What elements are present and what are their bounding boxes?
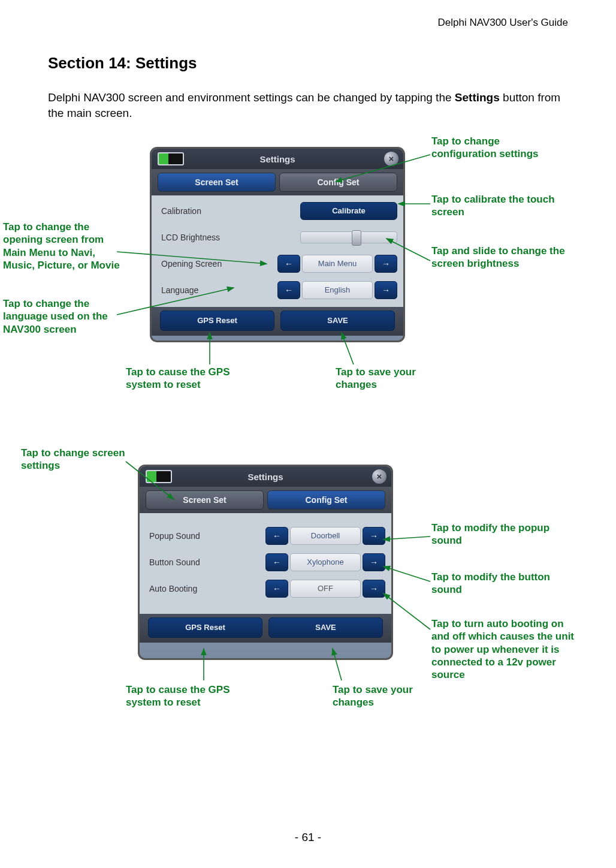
callout-auto-boot: Tap to turn auto booting on and off whic… bbox=[431, 617, 575, 681]
intro-bold: Settings bbox=[455, 91, 500, 104]
popup-value[interactable]: Doorbell bbox=[290, 527, 361, 545]
device-title: Settings bbox=[152, 154, 403, 164]
label-button-sound: Button Sound bbox=[146, 557, 265, 567]
row-language: Language ← English → bbox=[158, 278, 397, 302]
callout-save-1: Tap to save your changes bbox=[336, 366, 443, 391]
opening-value[interactable]: Main Menu bbox=[302, 255, 373, 273]
row-opening: Opening Screen ← Main Menu → bbox=[158, 252, 397, 276]
row-auto-booting: Auto Booting ← OFF → bbox=[146, 577, 385, 601]
device-title: Settings bbox=[140, 472, 391, 482]
callout-calibrate: Tap to calibrate the touch screen bbox=[431, 193, 563, 219]
intro-pre: Delphi NAV300 screen and environment set… bbox=[48, 91, 455, 104]
callout-brightness: Tap and slide to change the screen brigh… bbox=[431, 245, 569, 270]
label-popup-sound: Popup Sound bbox=[146, 531, 265, 541]
arrow-right-icon[interactable]: → bbox=[375, 255, 397, 273]
settings-rows: Calibration Calibrate LCD Brightness Ope… bbox=[152, 195, 403, 307]
close-icon[interactable]: × bbox=[384, 152, 398, 166]
row-brightness: LCD Brightness bbox=[158, 225, 397, 249]
save-button[interactable]: SAVE bbox=[268, 617, 383, 638]
button-sound-value[interactable]: Xylophone bbox=[290, 553, 361, 571]
tab-bar: Screen Set Config Set bbox=[152, 169, 403, 195]
bottom-button-bar: GPS Reset SAVE bbox=[152, 307, 403, 336]
tab-screen-set[interactable]: Screen Set bbox=[146, 490, 264, 510]
language-value[interactable]: English bbox=[302, 281, 373, 299]
callout-gps-reset-1: Tap to cause the GPS system to reset bbox=[126, 366, 234, 391]
callout-popup-sound: Tap to modify the popup sound bbox=[431, 522, 557, 547]
callout-config-set: Tap to change configuration settings bbox=[431, 135, 551, 161]
label-brightness: LCD Brightness bbox=[158, 233, 300, 242]
tab-screen-set[interactable]: Screen Set bbox=[158, 173, 276, 192]
tab-bar: Screen Set Config Set bbox=[140, 487, 391, 513]
device-screenshot-config-set: Settings × Screen Set Config Set Popup S… bbox=[138, 465, 393, 660]
auto-boot-value[interactable]: OFF bbox=[290, 580, 361, 598]
button-spinner: ← Xylophone → bbox=[265, 553, 385, 571]
gps-reset-button[interactable]: GPS Reset bbox=[160, 311, 274, 331]
page-header: Delphi NAV300 User's Guide bbox=[438, 17, 568, 29]
auto-boot-spinner: ← OFF → bbox=[265, 580, 385, 598]
device-title-bar: Settings × bbox=[140, 466, 391, 487]
opening-spinner: ← Main Menu → bbox=[277, 255, 397, 273]
arrow-left-icon[interactable]: ← bbox=[277, 281, 300, 299]
callout-gps-reset-2: Tap to cause the GPS system to reset bbox=[126, 683, 234, 709]
tab-config-set[interactable]: Config Set bbox=[279, 173, 397, 192]
arrow-right-icon[interactable]: → bbox=[363, 580, 385, 598]
settings-rows: Popup Sound ← Doorbell → Button Sound ← … bbox=[140, 513, 391, 614]
label-auto-booting: Auto Booting bbox=[146, 584, 265, 593]
label-calibration: Calibration bbox=[158, 206, 300, 216]
callout-opening: Tap to change the opening screen from Ma… bbox=[3, 221, 120, 272]
callout-button-sound: Tap to modify the button sound bbox=[431, 571, 557, 596]
language-spinner: ← English → bbox=[277, 281, 397, 299]
arrow-left-icon[interactable]: ← bbox=[265, 553, 288, 571]
save-button[interactable]: SAVE bbox=[280, 311, 395, 331]
callout-arrows bbox=[0, 0, 616, 868]
callout-language: Tap to change the language used on the N… bbox=[3, 297, 123, 336]
arrow-left-icon[interactable]: ← bbox=[277, 255, 300, 273]
callout-save-2: Tap to save your changes bbox=[333, 683, 440, 709]
arrow-right-icon[interactable]: → bbox=[375, 281, 397, 299]
section-heading: Section 14: Settings bbox=[48, 54, 197, 73]
tab-config-set[interactable]: Config Set bbox=[267, 490, 385, 510]
arrow-left-icon[interactable]: ← bbox=[265, 527, 288, 545]
arrow-right-icon[interactable]: → bbox=[363, 527, 385, 545]
slider-thumb[interactable] bbox=[352, 230, 361, 246]
arrow-right-icon[interactable]: → bbox=[363, 553, 385, 571]
label-language: Language bbox=[158, 285, 277, 295]
calibrate-button[interactable]: Calibrate bbox=[300, 202, 397, 220]
arrow-left-icon[interactable]: ← bbox=[265, 580, 288, 598]
callout-screen-set: Tap to change screen settings bbox=[21, 447, 129, 472]
close-icon[interactable]: × bbox=[372, 469, 386, 484]
section-intro: Delphi NAV300 screen and environment set… bbox=[48, 90, 568, 120]
row-button-sound: Button Sound ← Xylophone → bbox=[146, 550, 385, 574]
gps-reset-button[interactable]: GPS Reset bbox=[148, 617, 262, 638]
page-number: - 61 - bbox=[0, 831, 616, 844]
popup-spinner: ← Doorbell → bbox=[265, 527, 385, 545]
device-screenshot-screen-set: Settings × Screen Set Config Set Calibra… bbox=[150, 147, 405, 342]
device-title-bar: Settings × bbox=[152, 149, 403, 169]
row-popup-sound: Popup Sound ← Doorbell → bbox=[146, 524, 385, 548]
bottom-button-bar: GPS Reset SAVE bbox=[140, 614, 391, 643]
brightness-slider[interactable] bbox=[300, 231, 397, 243]
label-opening: Opening Screen bbox=[158, 259, 277, 269]
row-calibration: Calibration Calibrate bbox=[158, 199, 397, 223]
